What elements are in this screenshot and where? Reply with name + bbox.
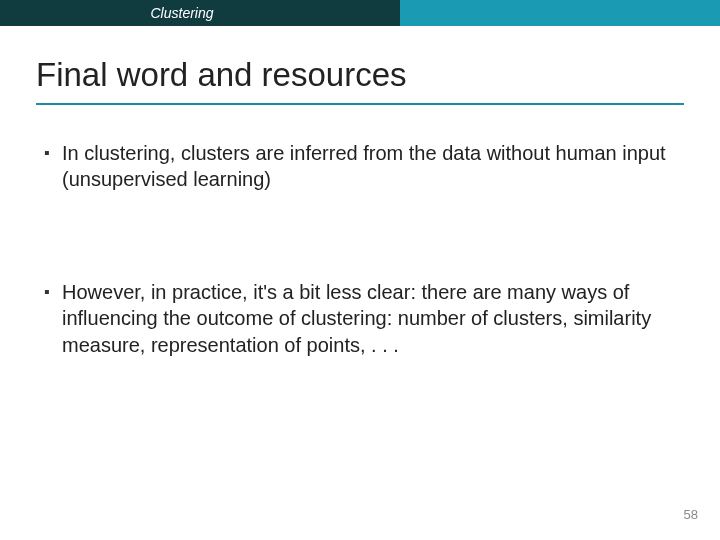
bullet-icon: ▪ [44, 140, 62, 166]
list-item: ▪ In clustering, clusters are inferred f… [44, 140, 672, 193]
bullet-list: ▪ In clustering, clusters are inferred f… [44, 140, 672, 358]
title-divider [36, 103, 684, 105]
section-label: Clustering [0, 0, 364, 26]
page-number: 58 [684, 507, 698, 522]
list-item: ▪ However, in practice, it's a bit less … [44, 279, 672, 358]
slide-title: Final word and resources [36, 56, 407, 94]
slide: Clustering Final word and resources ▪ In… [0, 0, 720, 540]
list-item-text: However, in practice, it's a bit less cl… [62, 279, 672, 358]
bullet-icon: ▪ [44, 279, 62, 305]
list-item-text: In clustering, clusters are inferred fro… [62, 140, 672, 193]
